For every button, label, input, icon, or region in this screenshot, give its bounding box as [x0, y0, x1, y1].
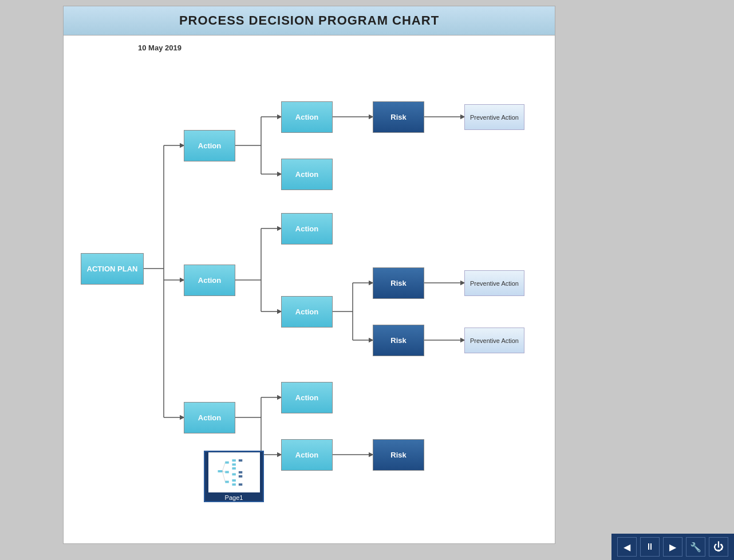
svg-rect-29	[225, 480, 228, 483]
exit-button[interactable]: ⏻	[709, 537, 728, 557]
action-plan-node: ACTION PLAN	[81, 253, 144, 285]
l1-bot-node: Action	[184, 402, 235, 433]
thumbnail-container[interactable]: Page1	[204, 451, 264, 502]
chart-area: ACTION PLAN Action Action Action Action …	[64, 36, 555, 534]
chart-header: PROCESS DECISION PROGRAM CHART	[64, 6, 555, 36]
wrench-icon: 🔧	[690, 542, 701, 553]
settings-button[interactable]: 🔧	[686, 537, 705, 557]
thumbnail-label: Page1	[225, 494, 243, 501]
svg-rect-30	[232, 459, 235, 462]
svg-rect-27	[225, 461, 228, 463]
l2-5-node: Action	[281, 382, 333, 413]
l2-3-node: Action	[281, 213, 333, 244]
chart-title: PROCESS DECISION PROGRAM CHART	[179, 13, 439, 27]
preventive-3-node: Preventive Action	[464, 328, 524, 353]
l2-1-node: Action	[281, 101, 333, 133]
risk-3-node: Risk	[373, 325, 424, 356]
svg-rect-39	[238, 483, 242, 486]
svg-rect-28	[225, 471, 228, 473]
bottom-nav-bar: ◀ ⏸ ▶ 🔧 ⏻	[611, 534, 734, 560]
back-button[interactable]: ◀	[617, 537, 637, 557]
preventive-2-node: Preventive Action	[464, 270, 524, 296]
svg-rect-33	[232, 473, 235, 475]
l1-top-node: Action	[184, 130, 235, 161]
svg-line-41	[222, 471, 225, 472]
svg-rect-31	[232, 463, 235, 466]
thumbnail-preview	[208, 452, 260, 492]
svg-rect-32	[232, 467, 235, 470]
svg-rect-37	[238, 471, 242, 473]
svg-rect-35	[232, 483, 235, 486]
risk-1-node: Risk	[373, 101, 424, 133]
l2-2-node: Action	[281, 159, 333, 190]
l2-6-node: Action	[281, 439, 333, 471]
svg-line-40	[222, 462, 225, 471]
main-container: PROCESS DECISION PROGRAM CHART 10 May 20…	[63, 6, 555, 544]
risk-2-node: Risk	[373, 267, 424, 299]
l2-4-node: Action	[281, 296, 333, 328]
risk-4-node: Risk	[373, 439, 424, 471]
l1-mid-node: Action	[184, 265, 235, 296]
pause-button[interactable]: ⏸	[640, 537, 660, 557]
svg-rect-38	[238, 475, 242, 477]
forward-button[interactable]: ▶	[663, 537, 682, 557]
svg-line-42	[222, 471, 225, 482]
preventive-1-node: Preventive Action	[464, 104, 524, 130]
exit-icon: ⏻	[713, 541, 724, 553]
svg-rect-26	[218, 470, 222, 472]
svg-rect-34	[232, 479, 235, 482]
svg-rect-36	[238, 459, 242, 462]
